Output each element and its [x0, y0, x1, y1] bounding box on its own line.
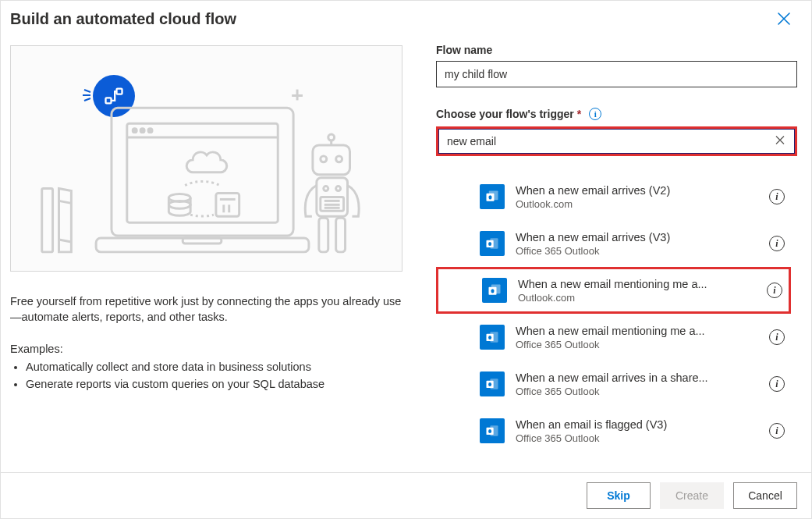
- connector-icon: [480, 325, 505, 350]
- svg-point-38: [488, 242, 491, 246]
- svg-point-35: [488, 195, 491, 199]
- clear-search-icon[interactable]: [775, 135, 785, 148]
- trigger-title: When an email is flagged (V3): [516, 418, 763, 431]
- trigger-item[interactable]: When a new email mentioning me a...Offic…: [436, 314, 791, 361]
- trigger-title: When a new email arrives (V2): [516, 184, 763, 197]
- examples-label: Examples:: [10, 343, 402, 355]
- example-item: Generate reports via custom queries on y…: [26, 377, 402, 393]
- trigger-item[interactable]: When a new email arrives (V3)Office 365 …: [436, 220, 791, 267]
- trigger-item[interactable]: When a new email mentioning me a...Outlo…: [436, 267, 791, 314]
- trigger-item[interactable]: When a new email arrives in a share...Of…: [436, 361, 791, 407]
- connector-icon: [482, 278, 507, 303]
- illustration: [10, 45, 402, 272]
- trigger-connector: Outlook.com: [516, 198, 763, 210]
- trigger-connector: Office 365 Outlook: [516, 245, 763, 257]
- trigger-text: When a new email arrives in a share...Of…: [516, 371, 763, 397]
- trigger-text: When a new email mentioning me a...Outlo…: [518, 278, 761, 304]
- title-bar: Build an automated cloud flow: [1, 1, 811, 36]
- create-button[interactable]: Create: [660, 482, 724, 509]
- dialog-footer: Skip Create Cancel: [1, 472, 811, 518]
- svg-point-44: [488, 336, 491, 339]
- trigger-item[interactable]: When an email is flagged (V3)Office 365 …: [436, 407, 791, 454]
- svg-point-25: [324, 187, 328, 191]
- connector-icon: [480, 418, 505, 443]
- illustration-svg: [11, 46, 402, 271]
- trigger-item[interactable]: When a new email arrives (V2)Outlook.com…: [436, 173, 791, 220]
- flow-name-input[interactable]: [436, 61, 797, 87]
- description-text: Free yourself from repetitive work just …: [10, 293, 402, 325]
- info-icon[interactable]: i: [769, 376, 785, 392]
- close-icon[interactable]: [774, 10, 794, 30]
- trigger-list[interactable]: When a new email arrives (V2)Outlook.com…: [436, 173, 797, 472]
- trigger-title: When a new email arrives in a share...: [516, 371, 763, 384]
- svg-rect-19: [313, 145, 350, 175]
- svg-point-41: [491, 289, 494, 293]
- trigger-title: When a new email mentioning me a...: [518, 278, 761, 290]
- svg-rect-16: [42, 189, 53, 252]
- trigger-connector: Office 365 Outlook: [516, 339, 763, 350]
- trigger-title: When a new email mentioning me a...: [516, 325, 763, 337]
- connector-icon: [480, 231, 505, 256]
- svg-point-22: [328, 134, 335, 140]
- svg-point-20: [321, 156, 327, 162]
- example-item: Automatically collect and store data in …: [26, 360, 402, 375]
- svg-rect-12: [216, 193, 239, 216]
- info-icon[interactable]: i: [767, 283, 782, 298]
- svg-rect-8: [96, 238, 309, 252]
- trigger-text: When an email is flagged (V3)Office 365 …: [516, 418, 763, 444]
- svg-point-47: [488, 382, 491, 386]
- info-icon[interactable]: i: [769, 189, 785, 204]
- svg-point-50: [488, 429, 491, 433]
- svg-point-7: [148, 129, 152, 133]
- trigger-connector: Office 365 Outlook: [516, 386, 763, 397]
- trigger-title: When a new email arrives (V3): [516, 231, 763, 244]
- connector-icon: [480, 371, 505, 396]
- trigger-text: When a new email arrives (V3)Office 365 …: [516, 231, 763, 257]
- trigger-connector: Office 365 Outlook: [516, 432, 763, 444]
- connector-icon: [480, 184, 505, 209]
- svg-point-26: [336, 187, 341, 191]
- svg-point-21: [336, 156, 342, 162]
- info-icon[interactable]: i: [769, 236, 785, 251]
- svg-point-5: [133, 129, 137, 133]
- dialog-title: Build an automated cloud flow: [10, 10, 236, 28]
- svg-rect-9: [183, 238, 222, 244]
- right-panel: Flow name Choose your flow's trigger* i …: [422, 36, 811, 472]
- trigger-connector: Outlook.com: [518, 292, 761, 304]
- trigger-text: When a new email mentioning me a...Offic…: [516, 325, 763, 350]
- trigger-search-input[interactable]: [438, 129, 795, 154]
- info-icon[interactable]: i: [769, 329, 785, 345]
- dialog: Build an automated cloud flow: [0, 0, 812, 519]
- left-panel: Free yourself from repetitive work just …: [1, 36, 422, 472]
- examples: Examples: Automatically collect and stor…: [10, 325, 402, 395]
- svg-rect-31: [319, 218, 328, 252]
- trigger-label: Choose your flow's trigger*: [436, 108, 581, 120]
- trigger-search-wrap: [436, 126, 797, 156]
- trigger-text: When a new email arrives (V2)Outlook.com: [516, 184, 763, 210]
- flow-name-label: Flow name: [436, 44, 797, 56]
- svg-point-6: [140, 129, 144, 133]
- info-icon[interactable]: i: [769, 423, 785, 439]
- info-icon[interactable]: i: [589, 108, 601, 120]
- skip-button[interactable]: Skip: [587, 482, 651, 509]
- cancel-button[interactable]: Cancel: [733, 482, 797, 509]
- svg-rect-32: [336, 218, 346, 252]
